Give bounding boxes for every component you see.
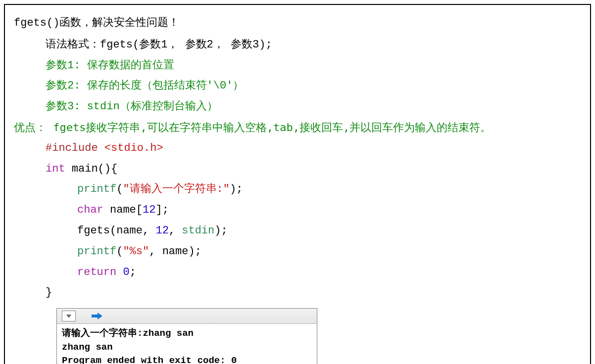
- code-line: return 0;: [14, 262, 581, 283]
- content-card: fgets()函数，解决安全性问题！ 语法格式：fgets(参数1， 参数2， …: [4, 4, 591, 364]
- advantage-text: fgets接收字符串,可以在字符串中输入空格,tab,接收回车,并以回车作为输入…: [47, 121, 491, 134]
- console-dropdown-button[interactable]: [62, 311, 76, 321]
- svg-marker-0: [66, 315, 71, 318]
- title-text: 函数，解决安全性问题！: [59, 16, 179, 28]
- console-output: 请输入一个字符串:zhang san zhang san Program end…: [57, 324, 317, 364]
- code-line: }: [14, 282, 581, 303]
- code-line: char name[12];: [14, 200, 581, 221]
- syntax-code: fgets(参数1， 参数2， 参数3);: [100, 39, 272, 51]
- console-line: 请输入一个字符串:zhang san: [62, 327, 312, 341]
- param-line: 参数3: stdin（标准控制台输入）: [14, 96, 581, 117]
- title-line: fgets()函数，解决安全性问题！: [14, 12, 581, 34]
- code-line: int main(){: [14, 159, 581, 180]
- param-line: 参数1: 保存数据的首位置: [14, 55, 581, 76]
- syntax-line: 语法格式：fgets(参数1， 参数2， 参数3);: [14, 34, 581, 55]
- advantage-line: 优点： fgets接收字符串,可以在字符串中输入空格,tab,接收回车,并以回车…: [14, 117, 581, 138]
- code-line: #include <stdio.h>: [14, 138, 581, 159]
- console-line: zhang san: [62, 341, 312, 355]
- code-line: printf("%s", name);: [14, 241, 581, 262]
- param-line: 参数2: 保存的长度（包括结束符'\0'）: [14, 76, 581, 96]
- console-toolbar: [57, 309, 317, 324]
- code-line: printf("请输入一个字符串:");: [14, 179, 581, 200]
- code-line: fgets(name, 12, stdin);: [14, 221, 581, 241]
- title-code: fgets(): [14, 17, 59, 29]
- console-line: Program ended with exit code: 0: [62, 354, 312, 364]
- svg-marker-1: [92, 313, 102, 319]
- continue-arrow-icon[interactable]: [92, 313, 102, 319]
- chevron-down-icon: [66, 314, 72, 318]
- advantage-label: 优点：: [14, 121, 47, 134]
- console-panel: 请输入一个字符串:zhang san zhang san Program end…: [56, 308, 317, 364]
- syntax-label: 语法格式：: [46, 38, 100, 50]
